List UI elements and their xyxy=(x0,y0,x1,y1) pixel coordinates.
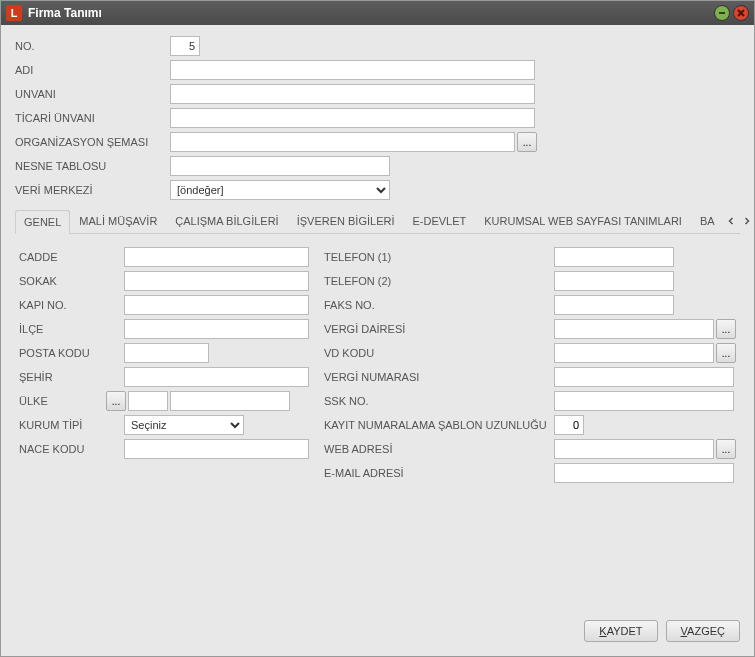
vergi-dairesi-label: VERGİ DAİRESİ xyxy=(324,323,554,335)
ilce-input[interactable] xyxy=(124,319,309,339)
minimize-icon xyxy=(717,8,727,18)
tab-e-devlet[interactable]: E-DEVLET xyxy=(403,209,475,233)
faks-no-input[interactable] xyxy=(554,295,674,315)
vergi-numarasi-input[interactable] xyxy=(554,367,734,387)
vergi-dairesi-input[interactable] xyxy=(554,319,714,339)
kurum-tipi-select[interactable]: Seçiniz xyxy=(124,415,244,435)
web-adresi-label: WEB ADRESİ xyxy=(324,443,554,455)
vd-kodu-label: VD KODU xyxy=(324,347,554,359)
vd-kodu-input[interactable] xyxy=(554,343,714,363)
cancel-button[interactable]: VAZGEÇ xyxy=(666,620,740,642)
veri-merkezi-label: VERİ MERKEZİ xyxy=(15,184,170,196)
close-icon xyxy=(736,8,746,18)
window: L Firma Tanımı NO. ADI UNVANI xyxy=(0,0,755,657)
titlebar: L Firma Tanımı xyxy=(1,1,754,25)
email-adresi-input[interactable] xyxy=(554,463,734,483)
footer: KAYDET VAZGEÇ xyxy=(1,610,754,656)
sehir-input[interactable] xyxy=(124,367,309,387)
titlebar-buttons xyxy=(714,5,749,21)
org-semasi-input[interactable] xyxy=(170,132,515,152)
telefon2-label: TELEFON (2) xyxy=(324,275,554,287)
kapi-no-input[interactable] xyxy=(124,295,309,315)
web-adresi-input[interactable] xyxy=(554,439,714,459)
tab-scroll-right-button[interactable] xyxy=(740,214,754,228)
vergi-numarasi-label: VERGİ NUMARASI xyxy=(324,371,554,383)
tab-content-genel: CADDE SOKAK KAPI NO. İLÇE POSTA KODU xyxy=(15,234,740,600)
ulke-label: ÜLKE xyxy=(19,395,102,407)
cadde-input[interactable] xyxy=(124,247,309,267)
tab-kurumsal-web[interactable]: KURUMSAL WEB SAYFASI TANIMLARI xyxy=(475,209,691,233)
telefon1-input[interactable] xyxy=(554,247,674,267)
ilce-label: İLÇE xyxy=(19,323,124,335)
ulke-lookup-button[interactable]: ... xyxy=(106,391,126,411)
minimize-button[interactable] xyxy=(714,5,730,21)
tab-mali-musavir[interactable]: MALİ MÜŞAVİR xyxy=(70,209,166,233)
telefon2-input[interactable] xyxy=(554,271,674,291)
sokak-input[interactable] xyxy=(124,271,309,291)
nace-kodu-input[interactable] xyxy=(124,439,309,459)
org-semasi-lookup-button[interactable]: ... xyxy=(517,132,537,152)
telefon1-label: TELEFON (1) xyxy=(324,251,554,263)
sehir-label: ŞEHİR xyxy=(19,371,124,383)
vergi-dairesi-lookup-button[interactable]: ... xyxy=(716,319,736,339)
top-form: NO. ADI UNVANI TİCARİ ÜNVANI ORGANİZASYO… xyxy=(15,35,740,203)
kayit-sablon-label: KAYIT NUMARALAMA ŞABLON UZUNLUĞU xyxy=(324,419,554,431)
kurum-tipi-label: KURUM TİPİ xyxy=(19,419,124,431)
window-title: Firma Tanımı xyxy=(28,6,714,20)
kapi-no-label: KAPI NO. xyxy=(19,299,124,311)
app-icon: L xyxy=(6,5,22,21)
ulke-name-input[interactable] xyxy=(170,391,290,411)
tab-ba[interactable]: BA xyxy=(691,209,724,233)
nesne-tablosu-label: NESNE TABLOSU xyxy=(15,160,170,172)
no-input[interactable] xyxy=(170,36,200,56)
ssk-no-label: SSK NO. xyxy=(324,395,554,407)
tab-scroll-left-button[interactable] xyxy=(724,214,738,228)
close-button[interactable] xyxy=(733,5,749,21)
right-column: TELEFON (1) TELEFON (2) FAKS NO. VERGİ D… xyxy=(324,246,736,588)
save-button[interactable]: KAYDET xyxy=(584,620,657,642)
unvani-label: UNVANI xyxy=(15,88,170,100)
ssk-no-input[interactable] xyxy=(554,391,734,411)
tab-genel[interactable]: GENEL xyxy=(15,210,70,234)
faks-no-label: FAKS NO. xyxy=(324,299,554,311)
adi-label: ADI xyxy=(15,64,170,76)
org-semasi-label: ORGANİZASYON ŞEMASI xyxy=(15,136,170,148)
posta-kodu-label: POSTA KODU xyxy=(19,347,124,359)
vd-kodu-lookup-button[interactable]: ... xyxy=(716,343,736,363)
adi-input[interactable] xyxy=(170,60,535,80)
ticari-unvani-input[interactable] xyxy=(170,108,535,128)
content-area: NO. ADI UNVANI TİCARİ ÜNVANI ORGANİZASYO… xyxy=(1,25,754,610)
unvani-input[interactable] xyxy=(170,84,535,104)
chevron-right-icon xyxy=(743,217,751,225)
nesne-tablosu-input[interactable] xyxy=(170,156,390,176)
ticari-unvani-label: TİCARİ ÜNVANI xyxy=(15,112,170,124)
sokak-label: SOKAK xyxy=(19,275,124,287)
web-adresi-lookup-button[interactable]: ... xyxy=(716,439,736,459)
chevron-left-icon xyxy=(727,217,735,225)
cadde-label: CADDE xyxy=(19,251,124,263)
email-adresi-label: E-MAIL ADRESİ xyxy=(324,467,554,479)
tab-isveren-bilgileri[interactable]: İŞVEREN BİGİLERİ xyxy=(288,209,404,233)
nace-kodu-label: NACE KODU xyxy=(19,443,124,455)
no-label: NO. xyxy=(15,40,170,52)
tab-calisma-bilgileri[interactable]: ÇALIŞMA BİLGİLERİ xyxy=(166,209,287,233)
ulke-code-input[interactable] xyxy=(128,391,168,411)
posta-kodu-input[interactable] xyxy=(124,343,209,363)
veri-merkezi-select[interactable]: [öndeğer] xyxy=(170,180,390,200)
left-column: CADDE SOKAK KAPI NO. İLÇE POSTA KODU xyxy=(19,246,314,588)
kayit-sablon-input[interactable] xyxy=(554,415,584,435)
tab-bar: GENEL MALİ MÜŞAVİR ÇALIŞMA BİLGİLERİ İŞV… xyxy=(15,209,740,234)
